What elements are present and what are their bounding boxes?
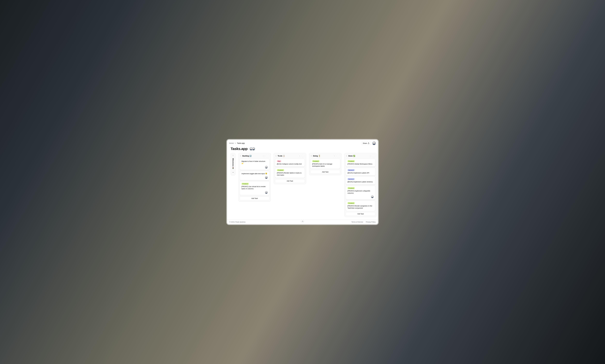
task-card[interactable]: Frontend[FRONT] Global Workspace Menu	[346, 159, 375, 167]
task-card[interactable]: Frontend[FRONT] Use virtual list to rend…	[240, 181, 269, 195]
page-title[interactable]: Tasks.app	[231, 147, 248, 151]
svg-point-22	[302, 156, 303, 156]
column-body: Migrate to Nuxt 4 folder structure 📁Impl…	[240, 159, 269, 195]
task-card[interactable]: Migrate to Nuxt 4 folder structure 📁	[240, 159, 269, 170]
task-labels: Frontend	[277, 169, 303, 171]
chevron-right-icon	[235, 143, 236, 144]
task-card[interactable]: Frontend[FRONT] Render assignees in the …	[346, 201, 375, 211]
share-icon	[368, 142, 370, 144]
column-body: Frontend[FRONT] Global Workspace MenuBac…	[346, 159, 375, 211]
nuxt-logo-icon	[301, 220, 304, 223]
column-menu-button[interactable]	[302, 155, 304, 157]
svg-point-36	[346, 156, 347, 156]
column-body: Bug[BUG] Collapse column tooltip textFro…	[275, 159, 305, 178]
column-title[interactable]: Backlog 🔙	[242, 155, 262, 157]
drag-handle-icon[interactable]	[232, 155, 234, 156]
share-button[interactable]: Share	[361, 142, 371, 145]
assignee-avatar[interactable]	[265, 176, 268, 179]
svg-point-11	[240, 156, 241, 156]
task-card[interactable]: Frontend[FRONT] Implement collapsible co…	[346, 186, 375, 200]
svg-point-32	[338, 156, 338, 156]
breadcrumb-home[interactable]: Home	[229, 142, 234, 144]
terms-link[interactable]: Terms of Service	[351, 221, 363, 223]
app-window: Home Tasks.app Share Tasks.app	[227, 140, 378, 224]
app-footer: © 2024, Paulo Queiroz. Terms of Service …	[227, 220, 378, 224]
collapse-column-button[interactable]	[298, 155, 301, 157]
task-title: [BACK] Implement Labels API	[347, 172, 374, 174]
column-header: Done ✅	[346, 155, 375, 157]
assignee-avatar[interactable]	[265, 191, 268, 194]
column-title[interactable]: To-do 📋	[278, 155, 297, 157]
svg-point-19	[276, 156, 276, 156]
drag-handle-icon[interactable]	[346, 155, 347, 157]
column-menu-button[interactable]	[337, 155, 340, 157]
collapse-column-button[interactable]	[263, 155, 265, 157]
svg-point-9	[240, 156, 241, 156]
column-menu-button[interactable]	[372, 155, 375, 157]
drag-handle-icon[interactable]	[240, 155, 241, 157]
add-task-button[interactable]: Add Task	[275, 179, 305, 183]
column-title[interactable]: Done ✅	[348, 155, 368, 157]
task-title: [FRONT] Use virtual list to render tasks…	[242, 185, 268, 190]
assignee-avatar[interactable]	[371, 195, 374, 198]
task-label: Frontend	[242, 183, 249, 185]
column-header: To-do 📋	[275, 155, 305, 157]
column-body: Frontend[FRONT] Add UI to manage workspa…	[310, 159, 340, 169]
task-card[interactable]: Bug[BUG] Collapse column tooltip text	[275, 159, 305, 167]
task-label: Frontend	[277, 169, 284, 171]
breadcrumb-current[interactable]: Tasks.app	[237, 142, 245, 144]
task-labels: Frontend	[347, 160, 374, 162]
svg-point-20	[276, 156, 276, 156]
drag-handle-icon[interactable]	[275, 155, 277, 157]
topbar: Home Tasks.app Share	[227, 140, 378, 146]
kanban-column: Done ✅Frontend[FRONT] Global Workspace M…	[344, 153, 377, 217]
svg-point-23	[303, 156, 303, 156]
task-card[interactable]: Frontend[FRONT] Add UI to manage workspa…	[310, 159, 340, 169]
breadcrumb: Home Tasks.app	[229, 142, 245, 144]
kanban-column: To-do 📋Bug[BUG] Collapse column tooltip …	[274, 153, 306, 184]
task-card[interactable]: Implement toggle-able text input 😤	[240, 171, 269, 180]
kanban-column: Backlog 🔙Migrate to Nuxt 4 folder struct…	[238, 153, 271, 202]
member-avatar[interactable]	[252, 147, 255, 151]
task-card[interactable]: Backend[BACK] Implement Labels Schema	[346, 177, 375, 184]
collapse-column-button[interactable]	[333, 155, 336, 157]
task-title: [BACK] Implement Labels Schema	[347, 181, 374, 183]
assignee-avatar[interactable]	[265, 166, 268, 169]
task-title: [FRONT] Implement collapsible columns	[347, 190, 374, 194]
current-user-avatar[interactable]	[372, 141, 376, 145]
svg-point-41	[373, 156, 374, 156]
task-title: [BUG] Collapse column tooltip text	[277, 163, 303, 165]
footer-copyright: © 2024, Paulo Queiroz.	[229, 221, 246, 223]
drag-handle-icon[interactable]	[311, 155, 312, 157]
task-title: [FRONT] Render assignees in the TaskView…	[347, 205, 374, 209]
board-scroll[interactable]: Milestones 🚦Backlog 🔙Migrate to Nuxt 4 f…	[227, 153, 378, 220]
task-labels: Frontend	[347, 202, 374, 204]
add-task-button[interactable]: Add Task	[346, 212, 375, 216]
svg-point-26	[311, 156, 312, 156]
svg-point-30	[311, 156, 312, 156]
kanban-board: Milestones 🚦Backlog 🔙Migrate to Nuxt 4 f…	[231, 153, 374, 217]
task-label: Frontend	[312, 160, 319, 162]
svg-point-16	[276, 156, 276, 156]
svg-point-34	[346, 156, 347, 156]
member-avatars[interactable]	[249, 147, 255, 151]
svg-point-29	[311, 156, 311, 156]
collapse-column-button[interactable]	[369, 155, 371, 157]
task-labels: Frontend	[312, 160, 338, 162]
privacy-link[interactable]: Privacy Policy	[366, 221, 376, 223]
svg-point-15	[268, 156, 268, 156]
expand-column-button[interactable]	[232, 171, 234, 174]
svg-point-7	[240, 156, 241, 156]
task-card[interactable]: Frontend[FRONT] Render labels in tasks &…	[275, 168, 305, 178]
svg-point-40	[373, 156, 373, 156]
svg-point-1	[233, 155, 233, 155]
svg-point-27	[311, 156, 311, 156]
task-title: [FRONT] Add UI to manage workspace label…	[312, 163, 338, 167]
task-card[interactable]: Backend[BACK] Implement Labels API	[346, 168, 375, 176]
add-task-button[interactable]: Add Task	[240, 196, 269, 200]
column-title[interactable]: Doing ⏳	[313, 155, 332, 157]
task-labels: Backend	[347, 178, 374, 180]
add-task-button[interactable]: Add Task	[310, 170, 340, 174]
svg-point-21	[276, 156, 276, 156]
column-menu-button[interactable]	[266, 155, 269, 157]
